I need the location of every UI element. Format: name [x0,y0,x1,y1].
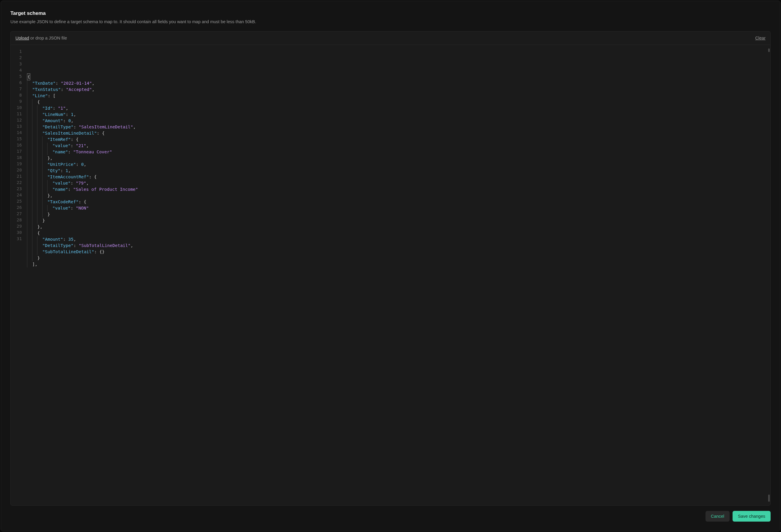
line-number: 10 [11,105,26,111]
modal-subtitle: Use example JSON to define a target sche… [10,19,771,25]
code-line: "name": "Sales of Product Income" [26,186,770,193]
token-punct: , [84,162,86,167]
line-number: 2 [11,55,26,61]
cancel-button[interactable]: Cancel [705,511,730,522]
token-punct: } [37,256,40,260]
token-punct: : [71,143,76,148]
json-editor[interactable]: 1234567891011121314151617181920212223242… [10,45,771,505]
upload-drop-label: Upload or drop a JSON file [15,36,67,40]
line-number: 8 [11,92,26,98]
code-line: "TxnDate": "2022-01-14", [26,80,770,86]
token-punct: , [130,243,133,248]
token-key: "LineNum" [42,112,66,117]
token-key: "DetailType" [42,243,73,248]
modal-header: Target schema Use example JSON to define… [10,10,771,25]
modal-footer: Cancel Save changes [10,505,771,522]
token-key: "Id" [42,106,53,111]
token-key: "DetailType" [42,125,73,129]
save-button[interactable]: Save changes [733,511,771,522]
token-punct: : [61,87,66,92]
token-punct: , [133,125,136,129]
code-line: "LineNum": 1, [26,112,770,118]
token-str: "21" [76,143,86,148]
line-number: 30 [11,230,26,236]
code-line: "SubTotalLineDetail": {} [26,249,770,255]
token-num: 0 [81,162,84,167]
token-key: "UnitPrice" [47,162,76,167]
line-number: 15 [11,136,26,142]
code-line: }, [26,155,770,161]
token-punct: }, [47,193,52,198]
code-line: "SalesItemLineDetail": { [26,130,770,136]
token-num: 35 [68,237,73,242]
token-punct: : [76,162,81,167]
line-number: 20 [11,167,26,173]
line-number: 28 [11,217,26,223]
line-number: 26 [11,204,26,211]
line-number: 25 [11,198,26,204]
code-line: "TxnStatus": "Accepted", [26,86,770,93]
token-punct: : [71,206,76,210]
token-punct: : [63,118,68,123]
line-number: 9 [11,98,26,105]
line-number: 3 [11,61,26,67]
code-line: "TaxCodeRef": { [26,199,770,205]
upload-link[interactable]: Upload [15,36,29,40]
token-punct: : [68,150,73,154]
code-line: "Line": [ [26,93,770,99]
token-str: "1" [58,106,66,111]
line-number: 31 [11,236,26,242]
token-key: "TxnStatus" [32,87,60,92]
token-str: "SubTotalLineDetail" [79,243,131,248]
code-line: } [26,217,770,224]
token-punct: : {} [94,249,105,254]
line-number: 17 [11,148,26,155]
line-number: 16 [11,142,26,148]
code-area[interactable]: {"TxnDate": "2022-01-14","TxnStatus": "A… [26,45,770,505]
token-punct: : [68,187,73,192]
clear-link[interactable]: Clear [755,36,766,40]
line-number: 21 [11,173,26,179]
token-key: "SalesItemLineDetail" [42,131,96,135]
scrollbar-thumb-bottom[interactable] [768,495,770,502]
token-punct: : [53,106,58,111]
line-number: 5 [11,73,26,80]
code-line: { [26,230,770,236]
line-number: 11 [11,111,26,117]
token-punct: : [55,81,60,86]
code-line: "ItemAccountRef": { [26,174,770,180]
token-punct: , [66,106,68,111]
scrollbar-thumb-top[interactable] [768,48,770,52]
line-number: 18 [11,155,26,161]
token-str: "Accepted" [66,87,92,92]
line-number: 23 [11,186,26,192]
token-punct: , [73,237,76,242]
token-key: "value" [52,181,71,186]
token-key: "TxnDate" [32,81,55,86]
code-line: { [26,73,770,80]
cursor: { [27,73,30,80]
token-punct: }, [37,224,42,229]
code-line: "value": "21", [26,142,770,149]
line-number: 27 [11,211,26,217]
line-number: 22 [11,179,26,186]
token-punct: { [37,231,40,235]
line-number: 24 [11,192,26,198]
modal-title: Target schema [10,10,771,16]
token-punct: : { [78,199,86,204]
code-line: "name": "Tonneau Cover" [26,149,770,155]
token-punct: , [86,181,89,186]
upload-bar[interactable]: Upload or drop a JSON file Clear [10,31,771,45]
token-punct: , [73,112,76,117]
token-punct: { [37,99,40,104]
code-line: }, [26,224,770,230]
token-str: "Sales of Product Income" [73,187,138,192]
target-schema-modal: Target schema Use example JSON to define… [1,1,780,531]
token-punct: : [73,243,78,248]
token-punct: , [86,143,89,148]
token-punct: : [71,181,76,186]
code-line: "Amount": 0, [26,118,770,124]
code-line: }, [26,193,770,199]
token-punct: : { [89,174,96,179]
code-line: "value": "NON" [26,205,770,211]
